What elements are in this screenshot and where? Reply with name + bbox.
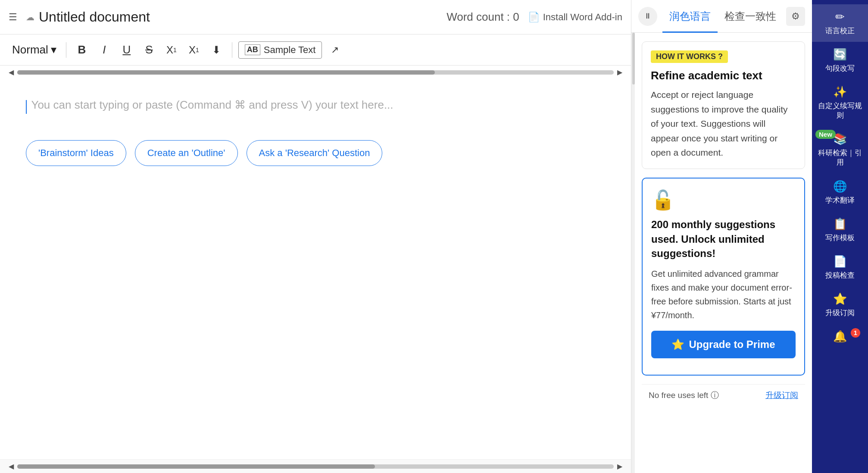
settings-icon[interactable]: ⚙ (786, 7, 805, 26)
sidebar-item-language-correction[interactable]: ✏ 语言校正 (812, 4, 868, 42)
italic-button[interactable]: I (95, 41, 114, 60)
install-addon-button[interactable]: 📄 Install Word Add-in (528, 12, 622, 23)
tab-consistency[interactable]: 检查一致性 (718, 0, 783, 33)
style-label: Normal (12, 43, 48, 56)
bottom-scroll-right[interactable]: ▶ (617, 462, 622, 470)
bottom-scroll-left[interactable]: ◀ (9, 462, 14, 470)
far-right-sidebar: ✏ 语言校正 🔄 句段改写 ✨ 自定义续写规则 New 📚 科研检索｜引用 🌐 … (812, 0, 868, 473)
bold-button[interactable]: B (72, 41, 91, 60)
sidebar-label-template: 写作模板 (825, 233, 855, 243)
no-free-uses-text: No free uses left ⓘ (649, 390, 719, 401)
bottom-scroll-thumb (17, 464, 375, 469)
sidebar-item-notification[interactable]: 1 🔔 (812, 324, 868, 349)
how-title: Refine academic text (651, 69, 796, 82)
how-it-works-card: HOW IT WORKS ? Refine academic text Acce… (642, 41, 805, 169)
notification-badge: 1 (851, 328, 860, 338)
word-count: Word count : 0 (446, 10, 519, 24)
install-addon-label: Install Word Add-in (543, 12, 622, 23)
sparkle-icon: ✨ (833, 85, 847, 99)
horizontal-scroll-bar[interactable]: ◀ ▶ (0, 66, 631, 79)
subscript-button[interactable]: X1 (184, 41, 203, 60)
unlock-title: 200 monthly suggestions used. Unlock unl… (651, 217, 796, 261)
template-icon: 📋 (833, 217, 847, 231)
sidebar-item-rewrite[interactable]: 🔄 句段改写 (812, 42, 868, 79)
sidebar-label-language: 语言校正 (825, 26, 855, 36)
scroll-left-arrow[interactable]: ◀ (9, 68, 14, 76)
sidebar-label-custom-rules: 自定义续写规则 (815, 101, 865, 120)
strikethrough-button[interactable]: S (140, 41, 159, 60)
outline-button[interactable]: Create an 'Outline' (135, 140, 238, 166)
check-icon: 📄 (833, 255, 847, 268)
doc-title[interactable]: Untitled document (39, 9, 150, 25)
sidebar-item-research[interactable]: New 📚 科研检索｜引用 (812, 126, 868, 173)
install-addon-icon: 📄 (528, 12, 540, 23)
how-desc: Accept or reject language suggestions to… (651, 88, 796, 160)
tab-language[interactable]: 润色语言 (662, 0, 718, 33)
panel-tabs: ⏸ 润色语言 检查一致性 ⚙ (631, 0, 812, 33)
toolbar-divider-2 (232, 42, 232, 58)
upgrade-star-icon: ⭐ (833, 292, 847, 306)
lock-icon: 🔓 (651, 189, 796, 211)
scroll-track[interactable] (17, 70, 614, 75)
pause-icon: ⏸ (644, 12, 652, 21)
new-badge: New (815, 130, 836, 139)
sidebar-label-submit: 投稿检查 (825, 271, 855, 280)
bell-icon: 🔔 (833, 330, 847, 343)
sample-text-button[interactable]: AB Sample Text (238, 41, 322, 59)
sidebar-label-rewrite: 句段改写 (825, 64, 855, 73)
superscript-button[interactable]: X1 (162, 41, 181, 60)
star-icon: ⭐ (671, 338, 684, 351)
sidebar-label-upgrade: 升级订阅 (825, 308, 855, 318)
right-panel: ⏸ 润色语言 检查一致性 ⚙ HOW IT WORKS ? Refine aca… (631, 0, 812, 473)
pen-icon: ✏ (835, 10, 845, 24)
sidebar-item-custom-rules[interactable]: ✨ 自定义续写规则 (812, 79, 868, 126)
unlock-desc: Get unlimited advanced grammar fixes and… (651, 267, 796, 322)
brainstorm-button[interactable]: 'Brainstorm' Ideas (26, 140, 126, 166)
top-bar: ☰ ☁ Untitled document Word count : 0 📄 I… (0, 0, 631, 34)
sidebar-item-upgrade[interactable]: ⭐ 升级订阅 (812, 286, 868, 324)
editor-content: You can start typing or paste (Command ⌘… (26, 96, 605, 114)
research-button[interactable]: Ask a 'Research' Question (247, 140, 383, 166)
scroll-right-arrow[interactable]: ▶ (617, 68, 622, 76)
ab-icon: AB (245, 44, 260, 55)
sample-text-label: Sample Text (264, 44, 316, 56)
sidebar-item-translate[interactable]: 🌐 学术翻译 (812, 174, 868, 211)
info-icon: ⓘ (711, 390, 719, 401)
upgrade-link[interactable]: 升级订阅 (765, 390, 798, 401)
menu-icon[interactable]: ☰ (9, 12, 17, 23)
globe-icon: 🌐 (833, 180, 847, 193)
upgrade-prime-button[interactable]: ⭐ Upgrade to Prime (651, 331, 796, 358)
doc-title-area: ☁ Untitled document (26, 9, 421, 25)
refresh-icon: 🔄 (833, 48, 847, 61)
editor-area[interactable]: You can start typing or paste (Command ⌘… (0, 79, 631, 459)
panel-inner: HOW IT WORKS ? Refine academic text Acce… (631, 33, 812, 473)
style-dropdown[interactable]: Normal ▾ (9, 41, 60, 58)
sidebar-item-submit-check[interactable]: 📄 投稿检查 (812, 249, 868, 286)
panel-content: HOW IT WORKS ? Refine academic text Acce… (635, 33, 812, 473)
sidebar-item-template[interactable]: 📋 写作模板 (812, 211, 868, 249)
bottom-scroll-track[interactable] (17, 464, 614, 469)
pause-button[interactable]: ⏸ (638, 7, 657, 26)
sidebar-label-research: 科研检索｜引用 (815, 148, 865, 167)
action-buttons: 'Brainstorm' Ideas Create an 'Outline' A… (26, 140, 605, 166)
sidebar-label-translate: 学术翻译 (825, 196, 855, 205)
arrow-button[interactable]: ↗ (325, 41, 344, 60)
unlock-card: 🔓 200 monthly suggestions used. Unlock u… (642, 178, 805, 376)
download-button[interactable]: ⬇ (207, 41, 226, 60)
chevron-down-icon: ▾ (51, 43, 56, 56)
underline-button[interactable]: U (117, 41, 136, 60)
toolbar-divider-1 (66, 42, 66, 58)
cloud-icon: ☁ (26, 12, 34, 22)
upgrade-btn-label: Upgrade to Prime (689, 338, 775, 351)
panel-scroll-thumb (632, 33, 635, 85)
panel-footer: No free uses left ⓘ 升级订阅 (642, 384, 805, 406)
cursor (26, 100, 27, 114)
toolbar: Normal ▾ B I U S X1 X1 ⬇ AB Sample Text … (0, 34, 631, 66)
how-badge: HOW IT WORKS ? (651, 50, 728, 63)
scroll-thumb (17, 70, 435, 75)
bottom-scroll-row[interactable]: ◀ ▶ (0, 459, 631, 473)
editor-placeholder: You can start typing or paste (Command ⌘… (31, 98, 393, 111)
panel-scrollbar[interactable] (631, 33, 635, 473)
